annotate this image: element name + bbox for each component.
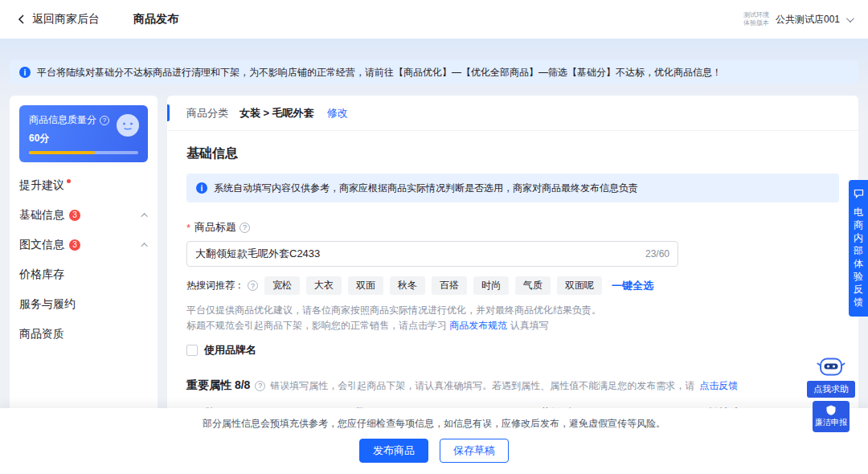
hot-word-tag[interactable]: 时尚 — [473, 276, 509, 295]
hot-words-label: 热搜词推荐： — [186, 279, 258, 292]
env-badge: 测试环境 体验版本 — [743, 11, 769, 27]
important-attrs-header: 重要属性 8/8 错误填写属性，会引起商品下架，请认真准确填写。若遇到属性、属性… — [186, 378, 839, 393]
product-title-input[interactable] — [195, 248, 639, 260]
publish-rules-link[interactable]: 商品发布规范 — [449, 320, 507, 331]
store-switcher[interactable]: 公共测试店001 — [776, 13, 840, 27]
save-draft-button[interactable]: 保存草稿 — [440, 439, 509, 463]
sidebar-menu: 提升建议 基础信息 3 图文信息 3 价格库存 服务与履约 — [19, 170, 148, 349]
hot-word-tag[interactable]: 气质 — [515, 276, 551, 295]
title-notes: 平台仅提供商品优化建议，请各位商家按照商品实际情况进行优化，并对最终商品优化结果… — [186, 303, 839, 333]
back-to-merchant-link[interactable]: 返回商家后台 — [32, 12, 100, 27]
sidebar-item-image-text[interactable]: 图文信息 3 — [19, 230, 148, 259]
product-publish-page: 返回商家后台 商品发布 测试环境 体验版本 公共测试店001 平台将陆续对基础分… — [0, 0, 868, 474]
hot-word-tag[interactable]: 百搭 — [432, 276, 467, 295]
platform-notice-banner: 平台将陆续对基础分不达标商品进行清理和下架，为不影响店铺的正常经营，请前往【商品… — [10, 60, 858, 84]
robot-icon[interactable] — [817, 355, 845, 380]
chevron-up-icon[interactable] — [141, 243, 147, 249]
help-icon[interactable] — [255, 381, 265, 391]
chevron-up-icon[interactable] — [141, 213, 147, 219]
sidebar-item-price-stock[interactable]: 价格库存 — [19, 259, 148, 289]
page-title: 商品发布 — [133, 12, 178, 27]
chevron-down-icon[interactable] — [846, 14, 854, 22]
issue-count-badge: 3 — [69, 210, 80, 221]
quality-title: 商品信息质量分 — [29, 113, 96, 127]
use-brand-checkbox[interactable] — [186, 345, 198, 356]
edit-category-link[interactable]: 修改 — [327, 106, 348, 121]
comment-icon — [854, 187, 864, 202]
hot-words-row: 热搜词推荐： 宽松 大衣 双面 秋冬 百搭 时尚 气质 双面呢 一键全选 — [186, 276, 839, 295]
score-face-icon — [116, 113, 140, 141]
hot-word-tag[interactable]: 秋冬 — [390, 276, 425, 295]
category-bar: 商品分类 女装 > 毛呢外套 修改 — [167, 96, 858, 131]
quality-progress — [29, 151, 138, 154]
sidebar-item-qualification[interactable]: 商品资质 — [19, 319, 148, 349]
help-icon[interactable] — [240, 223, 250, 233]
shield-icon — [826, 405, 836, 415]
topbar: 返回商家后台 商品发布 测试环境 体验版本 公共测试店001 — [0, 0, 868, 39]
integrity-report-label: 廉洁申报 — [815, 417, 847, 428]
note-line-1: 平台仅提供商品优化建议，请各位商家按照商品实际情况进行优化，并对最终商品优化结果… — [186, 303, 839, 318]
assistant-widget: 点我求助 廉洁申报 — [807, 355, 855, 432]
note-line-2: 标题不规范会引起商品下架，影响您的正常销售，请点击学习 商品发布规范 认真填写 — [186, 318, 839, 333]
back-icon[interactable] — [16, 14, 27, 25]
char-counter: 23/60 — [645, 248, 669, 259]
category-label: 商品分类 — [186, 106, 228, 121]
quality-progress-fill — [29, 151, 95, 154]
feedback-side-tab[interactable]: 电商内部体验反馈 — [849, 180, 868, 317]
issue-count-badge: 3 — [69, 239, 80, 251]
notice-text: 平台将陆续对基础分不达标商品进行清理和下架，为不影响店铺的正常经营，请前往【商品… — [37, 66, 722, 80]
feedback-tab-label: 电商内部体验反馈 — [854, 206, 864, 309]
product-title-field: 23/60 — [186, 241, 678, 267]
action-footer: 部分属性信息会预填充供参考，您应仔细检查每项信息，如信息有误，应修改后发布，避免… — [0, 408, 868, 474]
auto-fill-tip: 系统自动填写内容仅供参考，商家应根据商品实际情况判断是否选用，商家对商品最终发布… — [186, 174, 839, 202]
topbar-right: 测试环境 体验版本 公共测试店001 — [743, 11, 852, 27]
brand-name-option: 使用品牌名 — [186, 343, 839, 358]
info-icon — [196, 182, 207, 194]
section-title: 基础信息 — [186, 145, 839, 162]
footer-warning: 部分属性信息会预填充供参考，您应仔细检查每项信息，如信息有误，应修改后发布，避免… — [0, 417, 868, 431]
hot-word-tag[interactable]: 大衣 — [306, 276, 342, 295]
help-icon[interactable] — [248, 280, 258, 291]
info-icon — [19, 67, 31, 78]
hot-word-tag[interactable]: 双面 — [348, 276, 383, 295]
quality-score-card[interactable]: 商品信息质量分 60分 — [19, 105, 148, 162]
important-attrs-title: 重要属性 8/8 — [186, 378, 250, 393]
breadcrumb: 女装 > 毛呢外套 — [240, 106, 314, 121]
sidebar-item-suggestions[interactable]: 提升建议 — [19, 170, 148, 200]
sidebar-item-service[interactable]: 服务与履约 — [19, 289, 148, 319]
sidebar: 商品信息质量分 60分 提升建议 — [10, 96, 158, 419]
publish-button[interactable]: 发布商品 — [359, 439, 428, 463]
product-title-label: 商品标题 — [186, 220, 839, 235]
integrity-report-button[interactable]: 廉洁申报 — [813, 401, 850, 432]
sidebar-item-basic-info[interactable]: 基础信息 3 — [19, 200, 148, 230]
select-all-link[interactable]: 一键全选 — [612, 279, 653, 293]
use-brand-label: 使用品牌名 — [204, 343, 256, 358]
help-icon[interactable] — [100, 116, 109, 125]
hot-word-tag[interactable]: 宽松 — [264, 276, 300, 295]
feedback-link[interactable]: 点击反馈 — [699, 379, 738, 393]
help-me-button[interactable]: 点我求助 — [807, 381, 855, 398]
unread-dot — [67, 179, 71, 183]
hot-word-tag[interactable]: 双面呢 — [557, 276, 602, 295]
